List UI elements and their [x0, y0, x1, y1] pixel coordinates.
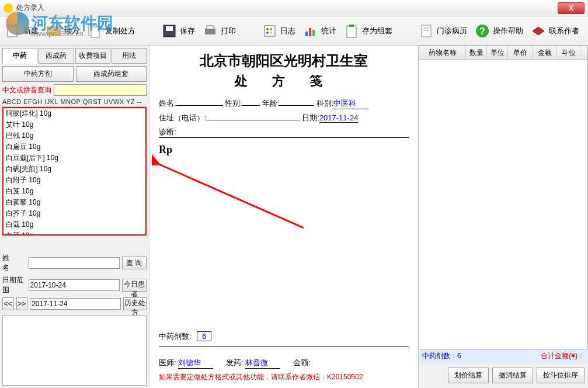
save-button[interactable]: 保存 — [161, 23, 195, 39]
svg-point-12 — [266, 32, 269, 34]
col-unit[interactable]: 单位 — [487, 46, 508, 60]
rx-body[interactable] — [159, 156, 409, 328]
list-item[interactable]: 白附子 10g — [4, 175, 145, 186]
date-from-input[interactable] — [29, 279, 120, 291]
name-label: 姓 名 — [2, 253, 26, 273]
app-icon — [4, 4, 13, 13]
col-price[interactable]: 单价 — [508, 46, 533, 60]
tab-shoufei[interactable]: 收费项目 — [75, 48, 110, 64]
query-button[interactable]: 查 询 — [122, 257, 147, 269]
log-icon — [262, 23, 277, 39]
medicine-list[interactable]: 阿胶[烊化] 10g 艾叶 10g 巴戟 10g 白扁豆 10g 白豆蔻[后下]… — [2, 107, 147, 235]
age-field[interactable] — [279, 105, 314, 106]
svg-point-10 — [266, 28, 269, 30]
close-button[interactable]: X — [558, 2, 584, 14]
toolbar: 新建 续方 复制处方 保存 打印 日志 统计 存为组套 门诊病历 ?操作帮助 联… — [0, 16, 588, 46]
col-name[interactable]: 药物名称 — [419, 46, 466, 60]
sort-button[interactable]: 按斗位排序 — [537, 368, 584, 383]
doses-field[interactable]: 6 — [197, 331, 211, 341]
svg-rect-9 — [265, 26, 275, 36]
doctor-field[interactable]: 刘德华 — [178, 358, 213, 369]
log-button[interactable]: 日志 — [262, 23, 295, 39]
rp-label: Rp — [159, 144, 409, 156]
cancel-settle-button[interactable]: 撤消结算 — [492, 368, 533, 383]
sex-field[interactable] — [242, 105, 260, 106]
patient-name-input[interactable] — [29, 257, 120, 269]
list-item[interactable]: 阿胶[烊化] 10g — [4, 108, 145, 119]
svg-rect-15 — [309, 28, 311, 36]
search-label: 中文或拼音查询 — [2, 85, 51, 95]
col-qty[interactable]: 数量 — [466, 46, 487, 60]
right-panel: 药物名称 数量 单位 单价 金额 斗位 中药剂数：6 合计金额(¥)： 划价结算… — [419, 46, 588, 388]
list-item[interactable]: 白莲 10g — [4, 230, 145, 235]
dispense-field[interactable]: 林音微 — [245, 358, 280, 369]
list-item[interactable]: 艾叶 10g — [4, 119, 145, 130]
svg-rect-8 — [207, 26, 214, 29]
svg-point-13 — [270, 32, 272, 34]
list-item[interactable]: 白蔻 10g — [4, 219, 145, 230]
tab-yongfa[interactable]: 用法 — [112, 48, 147, 64]
address-field[interactable] — [207, 120, 300, 120]
list-item[interactable]: 白扁豆 10g — [4, 141, 145, 153]
next-button[interactable]: >> — [16, 297, 28, 310]
help-icon: ? — [475, 23, 490, 39]
svg-rect-1 — [8, 25, 17, 27]
stat-icon — [303, 23, 318, 39]
save-icon — [162, 23, 177, 39]
col-amount[interactable]: 金额 — [533, 46, 557, 60]
tab-xichengyao[interactable]: 西成药 — [39, 48, 74, 64]
continue-button[interactable]: 续方 — [46, 23, 79, 39]
clipboard-icon — [344, 23, 359, 39]
continue-icon — [46, 23, 61, 39]
form-subtitle: 处 方 笺 — [159, 72, 409, 90]
search-input[interactable] — [54, 84, 147, 96]
stat-button[interactable]: 统计 — [302, 23, 336, 39]
saveset-button[interactable]: 存为组套 — [343, 23, 392, 39]
history-list[interactable] — [2, 315, 147, 386]
help-button[interactable]: ?操作帮助 — [474, 23, 523, 39]
copy-rx-button[interactable]: 复制处方 — [86, 23, 135, 39]
svg-point-11 — [270, 28, 272, 30]
daterange-label: 日期范围 — [2, 275, 26, 295]
date-to-input[interactable] — [30, 298, 121, 310]
col-pos[interactable]: 斗位 — [557, 46, 580, 60]
svg-rect-4 — [91, 27, 99, 37]
prescription-form: 北京市朝阳区光明村卫生室 处 方 笺 姓名: 性别: 年龄: 科别:中医科 住址… — [149, 46, 419, 388]
list-item[interactable]: 白豆蔻[后下] 10g — [4, 153, 145, 164]
copy-icon — [87, 23, 102, 39]
new-button[interactable]: 新建 — [5, 23, 39, 39]
title-bar: 处方录入 X — [0, 0, 588, 16]
outpatient-button[interactable]: 门诊病历 — [418, 23, 467, 39]
alpha-index[interactable]: ABCD EFGH IJKL MNOP QRST UVWX YZ -- — [2, 97, 147, 107]
westmed-set-button[interactable]: 西成药组套 — [76, 66, 147, 82]
svg-rect-2 — [47, 27, 60, 35]
list-item[interactable]: 巴戟 10g — [4, 130, 145, 141]
svg-rect-19 — [422, 25, 431, 37]
list-item[interactable]: 白蒺藜 10g — [4, 197, 145, 208]
contact-icon — [531, 23, 546, 39]
print-button[interactable]: 打印 — [202, 23, 236, 39]
list-item[interactable]: 白芥子 10g — [4, 208, 145, 219]
formula-button[interactable]: 中药方剂 — [2, 66, 74, 82]
window-title: 处方录入 — [16, 3, 44, 13]
contact-button[interactable]: 联系作者 — [530, 23, 579, 39]
clinic-title: 北京市朝阳区光明村卫生室 — [159, 51, 409, 70]
prev-button[interactable]: << — [2, 297, 14, 310]
footer-note: 如果需要定做处方格式或其他功能，请联系作者微信：K20150502 — [159, 372, 409, 382]
name-field[interactable] — [176, 105, 223, 106]
medicine-grid[interactable]: 药物名称 数量 单位 单价 金额 斗位 — [419, 46, 588, 349]
dept-field[interactable]: 中医科 — [333, 98, 368, 109]
list-item[interactable]: 白矾[先煎] 10g — [4, 164, 145, 175]
document-icon — [419, 23, 434, 39]
summary-bar: 中药剂数：6 合计金额(¥)： — [419, 349, 588, 363]
today-patient-button[interactable]: 今日患者 — [122, 279, 147, 292]
price-settle-button[interactable]: 划价结算 — [448, 368, 489, 383]
date-field[interactable]: 2017-11-24 — [319, 113, 359, 123]
svg-rect-14 — [305, 32, 308, 36]
history-rx-button[interactable]: 历史处方 — [123, 297, 147, 310]
svg-rect-18 — [349, 25, 354, 27]
list-item[interactable]: 白芨 10g — [4, 186, 145, 197]
tab-zhongyao[interactable]: 中药 — [2, 48, 37, 64]
left-panel: 中药 西成药 收费项目 用法 中药方剂 西成药组套 中文或拼音查询 ABCD E… — [0, 46, 149, 388]
svg-rect-16 — [312, 30, 315, 36]
